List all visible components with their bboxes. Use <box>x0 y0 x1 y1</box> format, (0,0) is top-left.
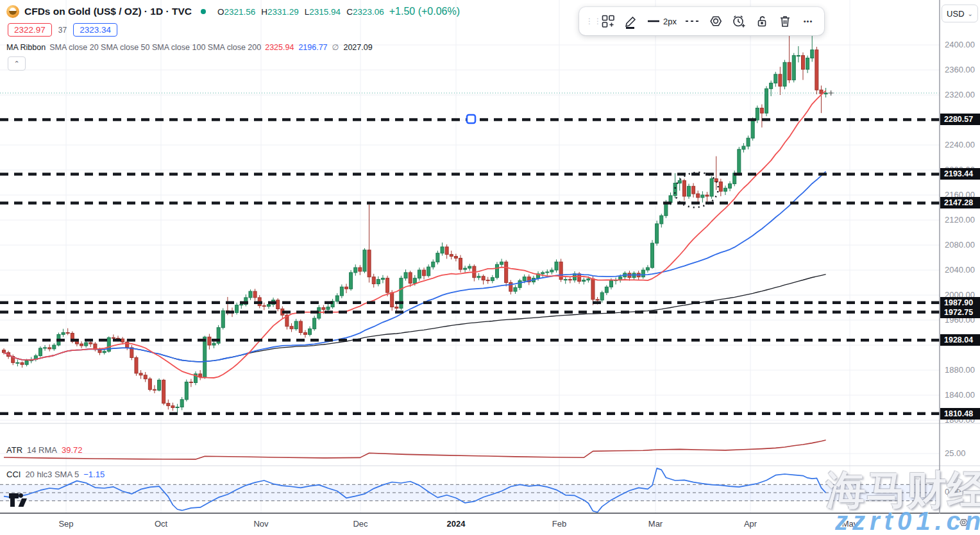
ohlc-item: H2331.29 <box>261 7 299 17</box>
alert-clock-plus-icon <box>731 13 747 29</box>
more-options-button[interactable]: ••• <box>798 11 818 31</box>
atr-title: ATR <box>6 445 22 455</box>
unlock-icon <box>754 13 770 29</box>
price-tick-label: 2400.00 <box>945 40 975 49</box>
time-axis-label: Sep <box>58 519 73 529</box>
cci-value: −1.15 <box>83 470 105 479</box>
price-level-badge: 1810.48 <box>940 408 980 420</box>
bid-price-button[interactable]: 2322.97 <box>8 23 52 37</box>
ma-value: 2325.94 <box>265 43 294 52</box>
collapse-legend-button[interactable]: ⌃ <box>8 56 26 71</box>
toolbar-drag-handle-icon[interactable]: ⋮⋮ <box>586 19 595 24</box>
time-axis-label: Apr <box>744 519 757 529</box>
symbol-title[interactable]: CFDs on Gold (US$ / OZ) · 1D · TVC <box>24 6 192 17</box>
time-axis-label: Dec <box>353 519 368 529</box>
ma-ribbon-values: 2325.942196.77∅2027.09 <box>265 42 376 52</box>
spread-value: 37 <box>58 26 67 35</box>
lock-button[interactable] <box>752 11 772 31</box>
cci-legend[interactable]: CCI 20 hlc3 SMA 5 −1.15 <box>6 470 105 479</box>
atr-value: 39.72 <box>62 445 83 455</box>
line-style-button[interactable] <box>683 11 702 31</box>
ma-ribbon-params: SMA close 20 SMA close 50 SMA close 100 … <box>49 43 261 52</box>
settings-button[interactable] <box>706 11 725 31</box>
ohlc-values: O2321.56H2331.29L2315.94C2323.06 <box>217 7 384 17</box>
timezone-settings-gear-icon[interactable] <box>958 517 969 531</box>
price-scale[interactable]: 2400.002360.002320.002240.002200.002160.… <box>940 0 980 513</box>
price-tick-label: 2360.00 <box>945 65 975 74</box>
time-axis-label: May <box>842 519 858 529</box>
ask-price-button[interactable]: 2323.34 <box>73 23 117 37</box>
line-width-label: 2px <box>663 17 677 26</box>
price-level-badge: 2193.44 <box>940 168 980 180</box>
price-tick-label: 2240.00 <box>945 140 975 149</box>
price-tick-label: 2080.00 <box>945 240 975 250</box>
delete-button[interactable] <box>775 11 795 31</box>
drawing-toolbar: ⋮⋮ 2px <box>579 7 824 35</box>
tradingview-logo-icon[interactable] <box>9 493 31 510</box>
price-tick-label: 2320.00 <box>945 90 975 99</box>
price-tick-label: 2120.00 <box>945 215 975 225</box>
line-width-icon <box>647 19 660 24</box>
template-button[interactable] <box>598 11 618 31</box>
market-status-icon[interactable] <box>201 9 206 14</box>
ohlc-item: O2321.56 <box>217 7 255 17</box>
line-width-button[interactable]: 2px <box>645 11 679 31</box>
chart-canvas[interactable] <box>0 0 980 535</box>
price-change: +1.50 (+0.06%) <box>389 6 460 17</box>
atr-legend[interactable]: ATR 14 RMA 39.72 <box>6 445 83 455</box>
ohlc-item: C2323.06 <box>346 7 384 17</box>
currency-label: USD <box>947 9 964 19</box>
ma-ribbon-legend[interactable]: MA Ribbon SMA close 20 SMA close 50 SMA … <box>6 42 377 52</box>
time-axis-label: Oct <box>155 519 167 529</box>
symbol-logo-icon[interactable] <box>6 5 19 18</box>
ma-ribbon-title: MA Ribbon <box>6 43 46 52</box>
currency-dropdown[interactable]: USD ⌄ <box>942 4 978 22</box>
cci-title: CCI <box>6 470 21 479</box>
dashed-line-icon <box>685 19 700 24</box>
time-axis-label: 2024 <box>447 519 466 529</box>
bid-ask-row: 2322.97 37 2323.34 <box>8 23 117 37</box>
chevron-down-icon: ⌄ <box>968 10 973 17</box>
time-axis-label: Mar <box>648 519 663 529</box>
trading-chart-window: CFDs on Gold (US$ / OZ) · 1D · TVC O2321… <box>0 0 980 535</box>
pencil-icon <box>623 13 639 29</box>
gear-icon <box>708 13 723 29</box>
price-level-badge: 2280.57 <box>940 114 980 125</box>
price-tick-label: 1880.00 <box>945 365 975 375</box>
ma-value: 2027.09 <box>343 43 372 52</box>
ohlc-item: L2315.94 <box>305 7 341 17</box>
cci-params: 20 hlc3 SMA 5 <box>25 470 79 479</box>
color-pencil-button[interactable] <box>621 11 641 31</box>
time-axis-label: Feb <box>552 519 566 529</box>
price-level-badge: 2147.28 <box>940 197 980 208</box>
time-scale[interactable]: SepOctNovDec2024FebMarAprMay <box>0 514 980 535</box>
ma-value: 2196.77 <box>298 43 327 52</box>
ma-value: ∅ <box>332 43 339 52</box>
price-tick-label: 1840.00 <box>945 390 975 400</box>
atr-params: 14 RMA <box>27 445 57 455</box>
layout-grid-plus-icon <box>600 13 616 29</box>
trash-icon <box>777 13 793 29</box>
symbol-header: CFDs on Gold (US$ / OZ) · 1D · TVC O2321… <box>6 5 460 18</box>
price-level-badge: 1972.75 <box>940 307 980 318</box>
atr-axis-label: 25.00 <box>945 448 966 458</box>
add-alert-button[interactable] <box>729 11 748 31</box>
price-level-badge: 1928.04 <box>940 334 980 346</box>
price-tick-label: 2040.00 <box>945 265 975 275</box>
cci-axis-label: 0.00 <box>945 487 961 497</box>
time-axis-label: Nov <box>253 519 268 529</box>
